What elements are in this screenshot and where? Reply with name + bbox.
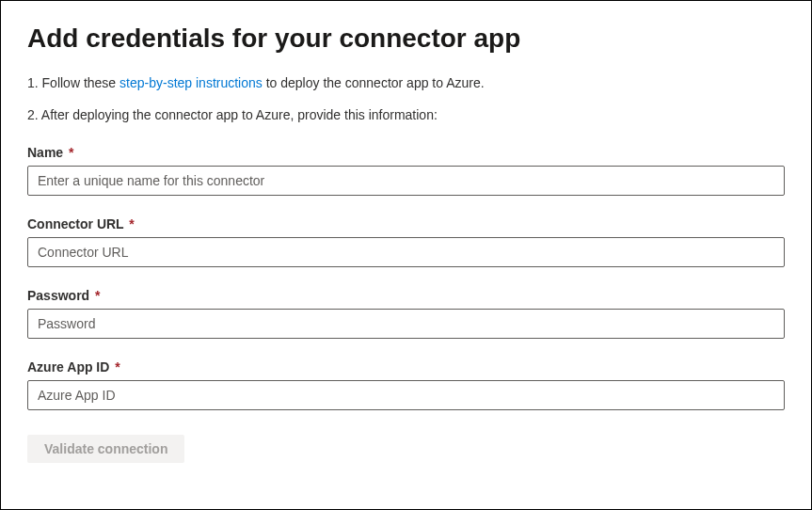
validate-connection-button[interactable]: Validate connection — [27, 435, 184, 463]
required-indicator: * — [129, 216, 134, 231]
password-input[interactable] — [27, 309, 785, 339]
azure-app-id-label: Azure App ID * — [27, 359, 785, 375]
form-group-connector-url: Connector URL * — [27, 216, 785, 267]
name-input[interactable] — [27, 166, 785, 196]
name-label: Name * — [27, 145, 785, 160]
form-group-name: Name * — [27, 145, 785, 196]
required-indicator: * — [69, 145, 73, 160]
password-label: Password * — [27, 288, 785, 303]
label-text: Connector URL — [27, 216, 123, 231]
azure-app-id-input[interactable] — [27, 380, 785, 410]
label-text: Password — [27, 288, 89, 303]
label-text: Azure App ID — [27, 359, 109, 375]
instructions-link[interactable]: step-by-step instructions — [119, 75, 263, 90]
label-text: Name — [27, 145, 63, 160]
connector-url-input[interactable] — [27, 237, 785, 267]
form-group-azure-app-id: Azure App ID * — [27, 359, 785, 410]
required-indicator: * — [95, 288, 100, 303]
required-indicator: * — [115, 359, 119, 375]
connector-url-label: Connector URL * — [27, 216, 785, 231]
form-group-password: Password * — [27, 288, 785, 339]
instruction-step-2: 2. After deploying the connector app to … — [27, 106, 785, 125]
page-title: Add credentials for your connector app — [27, 24, 785, 54]
instruction-text: to deploy the connector app to Azure. — [263, 75, 485, 90]
instruction-text: 1. Follow these — [27, 75, 119, 90]
instruction-step-1: 1. Follow these step-by-step instruction… — [27, 74, 785, 93]
